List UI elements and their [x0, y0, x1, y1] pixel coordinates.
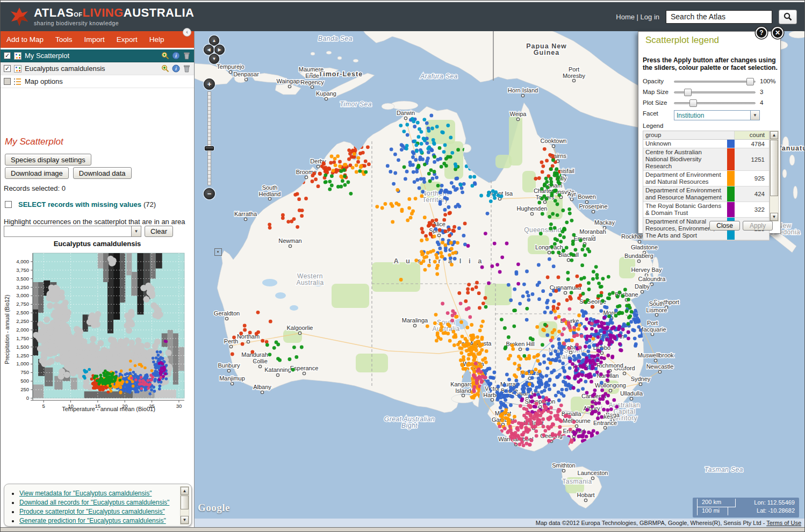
pan-left-icon[interactable]: ◀ — [204, 45, 214, 55]
terms-of-use-link[interactable]: Terms of Use — [766, 520, 801, 526]
scroll-down-icon[interactable]: ▼ — [181, 516, 189, 524]
pan-right-icon[interactable]: ▶ — [214, 45, 225, 55]
series-dot — [109, 384, 112, 387]
occurrence-dot — [290, 220, 293, 224]
menu-item-help[interactable]: Help — [143, 35, 170, 44]
menu-item-tools[interactable]: Tools — [49, 35, 78, 44]
occurrence-dot — [556, 203, 559, 206]
delete-layer-icon[interactable] — [183, 52, 191, 60]
legend-row[interactable]: Centre for Australian National Biodivers… — [643, 148, 769, 171]
delete-layer-icon[interactable] — [183, 64, 191, 73]
scatterplot-chart[interactable]: Eucalyptus camaldulensis 02505007501,000… — [3, 240, 192, 415]
legend-row[interactable]: The Royal Botanic Gardens & Domain Trust… — [643, 202, 769, 218]
occurrence-dot — [537, 263, 541, 267]
occurrence-dot — [572, 420, 576, 424]
legend-scrollbar[interactable]: ▲ ▼ — [770, 131, 779, 221]
occurrence-dot — [533, 393, 536, 397]
scroll-up-icon[interactable]: ▲ — [181, 487, 189, 495]
slider-track[interactable] — [674, 102, 756, 104]
layer-row-1[interactable]: ✓My Scatterploti — [1, 49, 194, 62]
occurrence-dot — [498, 425, 502, 428]
cloud-dot — [121, 354, 128, 361]
zoom-slider-track[interactable] — [207, 91, 211, 185]
scroll-down-icon[interactable]: ▼ — [770, 213, 778, 221]
legend-row[interactable]: Unknown4784 — [643, 140, 769, 148]
close-button[interactable]: Close — [709, 221, 740, 231]
occurrence-dot — [574, 368, 578, 372]
species-link[interactable]: Produce scatterplot for "Eucalyptus cama… — [19, 508, 165, 515]
list-item: Generate prediction for "Eucalyptus cama… — [19, 517, 178, 524]
select-missing-checkbox[interactable] — [5, 201, 12, 208]
download-image-button[interactable]: Download image — [5, 167, 69, 179]
slider-handle[interactable] — [689, 99, 697, 107]
species-link[interactable]: View metadata for "Eucalyptus camaldulen… — [19, 490, 152, 497]
menu-item-export[interactable]: Export — [111, 35, 143, 44]
occurrence-dot — [498, 270, 502, 274]
layer-row-3[interactable]: Map options — [1, 75, 194, 88]
layer-info-icon[interactable]: i — [172, 64, 180, 73]
legend-col-group[interactable]: group — [643, 131, 735, 139]
layer-row-2[interactable]: ✓Eucalyptus camaldulensisi — [1, 62, 194, 75]
species-display-settings-button[interactable]: Species display settings — [5, 154, 91, 166]
occurrence-dot — [256, 330, 260, 334]
clear-button[interactable]: Clear — [145, 226, 173, 237]
search-button[interactable] — [779, 10, 797, 24]
chevron-down-icon[interactable]: ▼ — [131, 226, 141, 236]
layer-checkbox[interactable] — [4, 78, 11, 85]
layer-info-icon[interactable]: i — [172, 52, 180, 60]
menu-item-add-to-map[interactable]: Add to Map — [1, 35, 49, 44]
slider-track[interactable] — [674, 91, 756, 94]
series-dot — [157, 354, 160, 357]
links-scrollbar[interactable]: ▲ ▼ — [180, 486, 189, 524]
cloud-dot — [64, 352, 70, 358]
slider-track[interactable] — [674, 81, 756, 83]
menu-item-import[interactable]: Import — [78, 35, 111, 44]
highlight-area-select[interactable]: ▼ — [4, 226, 141, 237]
series-dot — [99, 373, 103, 377]
zoom-slider-handle[interactable] — [205, 146, 214, 150]
legend-col-count[interactable]: count — [735, 131, 769, 139]
occurrence-dot — [458, 205, 462, 209]
slider-handle[interactable] — [684, 89, 692, 96]
zoom-to-layer-icon[interactable] — [161, 52, 169, 60]
search-input[interactable] — [666, 10, 772, 24]
help-icon[interactable]: ? — [756, 27, 767, 39]
zoom-out-button[interactable]: − — [204, 188, 215, 199]
drag-zoom-icon[interactable] — [214, 248, 222, 256]
google-watermark[interactable]: Google — [198, 502, 230, 514]
y-tick-label: 3,250 — [16, 284, 29, 290]
layer-checkbox[interactable]: ✓ — [4, 52, 11, 59]
zoom-in-button[interactable]: + — [204, 78, 215, 90]
occurrence-dot — [557, 337, 560, 341]
legend-row[interactable]: Department of Environment and Natural Re… — [643, 171, 769, 186]
collapse-sidebar-button[interactable]: ‹ — [183, 28, 191, 37]
occurrence-dot — [549, 222, 553, 226]
pan-up-icon[interactable]: ▲ — [209, 35, 219, 46]
occurrence-dot — [497, 392, 500, 396]
apply-button[interactable]: Apply — [743, 221, 773, 231]
scroll-up-icon[interactable]: ▲ — [770, 131, 778, 139]
species-link[interactable]: Generate prediction for "Eucalyptus cama… — [19, 517, 166, 524]
download-data-button[interactable]: Download data — [73, 167, 132, 179]
home-login-links[interactable]: Home | Log in — [616, 13, 659, 21]
species-link[interactable]: Download all records for "Eucalyptus cam… — [19, 499, 169, 506]
layer-checkbox[interactable]: ✓ — [4, 65, 11, 72]
facet-select[interactable]: Institution ▼ — [674, 110, 760, 120]
close-icon[interactable]: ✕ — [772, 27, 784, 39]
occurrence-dot — [427, 264, 431, 268]
pan-down-icon[interactable]: ▼ — [209, 54, 219, 64]
scatterplot-canvas[interactable]: 02505007501,0001,2501,5001,7502,0002,250… — [3, 249, 190, 413]
occurrence-dot — [447, 205, 451, 209]
occurrence-dot — [601, 299, 605, 303]
occurrence-dot — [281, 216, 285, 220]
zoom-to-layer-icon[interactable] — [161, 64, 169, 73]
occurrence-dot — [557, 408, 560, 412]
map-label: WesternAustralia — [296, 272, 324, 286]
occurrence-dot — [429, 168, 433, 172]
slider-handle[interactable] — [746, 78, 754, 85]
legend-row[interactable]: Department of Environment and Resource M… — [643, 186, 769, 202]
occurrence-dot — [541, 289, 545, 293]
slider-label: Map Size — [643, 89, 669, 95]
map-label: Tasmania — [562, 478, 592, 485]
ala-logo[interactable]: ATLASOFLIVINGAUSTRALIA sharing biodivers… — [9, 6, 194, 27]
